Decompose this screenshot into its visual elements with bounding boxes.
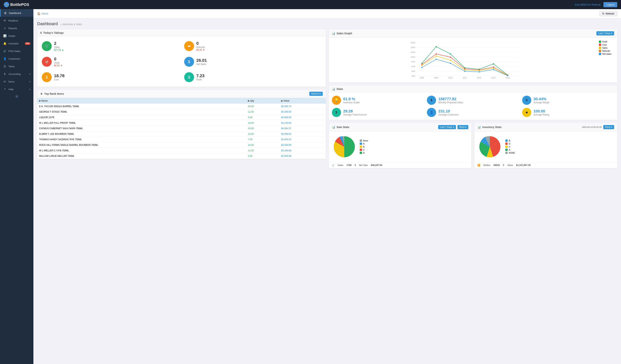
- sidebar-item-pos-sales[interactable]: 🛒 POS Sales: [0, 47, 34, 55]
- svg-text:02/08: 02/08: [420, 77, 424, 79]
- referral-link[interactable]: Earn $500 For Referral: [575, 3, 600, 6]
- graph-period-dropdown[interactable]: Last 7 Days ▾: [596, 31, 614, 35]
- inventory-grade-circle: 💡: [332, 96, 341, 105]
- inv-none-dot: [505, 152, 508, 154]
- inv-legend-a: A: [505, 149, 515, 151]
- graph-wrapper: 16000 14000 12000 10000 8000 6000 4000 2…: [332, 41, 614, 79]
- svg-text:8000: 8000: [411, 61, 415, 63]
- sidebar-chevron-help: ▾: [29, 88, 30, 90]
- svg-point-42: [493, 68, 494, 69]
- value-header[interactable]: ▶ Value: [279, 98, 326, 104]
- voids-value: 0: [54, 57, 179, 62]
- sidebar-icon-graph: 📊: [3, 34, 6, 37]
- inventory-stats-dropdowns: 2025-02-14 09:33:29 Rank ▾: [582, 125, 614, 129]
- sidebar-icon-items: 🏷: [3, 80, 6, 83]
- sidebar-item-assistant[interactable]: 🔔 Assistant 850: [0, 40, 34, 47]
- sale-stats-header: 📊 Sale Stats Last 7 Days ▾ Rank ▾: [329, 123, 472, 131]
- sidebar-icon-realtime: 👁: [3, 19, 6, 22]
- a-label: A: [363, 142, 364, 145]
- sidebar-item-customers[interactable]: 👤 Customers: [0, 55, 34, 63]
- logout-button[interactable]: Logout: [604, 2, 617, 7]
- sidebar-item-graph[interactable]: 📊 Graph: [0, 32, 34, 40]
- svg-text:02/09: 02/09: [434, 77, 438, 79]
- main-content: 🏠 Home ↻ Refresh Dashboard » overview & …: [34, 9, 621, 364]
- taking-cost: $ 18.78 Cost: [40, 71, 180, 84]
- sidebar-label-customers: Customers: [8, 57, 20, 60]
- legend-d: D: [360, 152, 368, 154]
- legend-none: None: [360, 140, 368, 142]
- item-qty: 14.00: [246, 120, 279, 126]
- sales-footer-label: Sales: [338, 164, 344, 167]
- sidebar-icon-assistant: 🔔: [3, 42, 6, 45]
- cost-circle: $: [42, 72, 52, 82]
- inventory-stats-pie-section: B D C: [474, 131, 617, 162]
- item-value: $6,499.74: [279, 104, 326, 109]
- svg-point-37: [421, 65, 422, 66]
- avg-customers-info: 231.10 Average Customers: [438, 109, 459, 116]
- sidebar-item-accounting[interactable]: $ Accounting ▾: [0, 70, 34, 78]
- sales-label: Sales: [54, 46, 179, 48]
- graph-area: 16000 14000 12000 10000 8000 6000 4000 2…: [332, 41, 596, 79]
- takings-header: $ Today's Takings: [37, 29, 326, 36]
- qty-header[interactable]: ▶ Qty: [246, 98, 279, 104]
- svg-point-25: [450, 53, 451, 54]
- inv-c-label: C: [509, 146, 510, 148]
- svg-text:12000: 12000: [410, 51, 415, 53]
- sidebar-icon-dashboard: ⊞: [4, 11, 7, 15]
- table-row: CAYMUS CABERNET SAUV NAPA 750ML 43.00 $4…: [37, 126, 326, 131]
- sidebar-item-help[interactable]: ? Help ▾: [0, 85, 34, 93]
- inv-d-label: D: [509, 142, 510, 145]
- sales-graph-card: 📊 Sales Graph Last 7 Days ▾: [329, 29, 617, 82]
- legend-cost: Cost: [599, 44, 614, 46]
- sidebar-item-dashboard[interactable]: ⊞ Dashboard: [0, 9, 34, 17]
- table-row: E.H. TAYLOR SINGLE BARREL 750ML 26.00 $6…: [37, 104, 326, 109]
- table-row: WILLIAM LARUE WELLER 750ML 2.00 $2,999.9…: [37, 153, 326, 159]
- sidebar-item-realtime[interactable]: 👁 Realtime: [0, 17, 34, 24]
- rank-dropdown[interactable]: Rank D ▾: [309, 92, 323, 96]
- name-header[interactable]: ▶ Name: [37, 98, 246, 104]
- sidebar-collapse-button[interactable]: «: [15, 95, 19, 98]
- taking-refunds: ⏪ 0 Refunds $0.00 ▼: [183, 39, 323, 53]
- bottom-grid: 📊 Sale Stats Last 7 Days ▾ Rank ▾: [329, 123, 617, 168]
- svg-point-35: [493, 66, 494, 68]
- avg-customers-label: Average Customers: [438, 113, 459, 116]
- refunds-amount: $0.00 ▼: [196, 48, 321, 51]
- sidebar-item-items[interactable]: 🏷 Items ▾: [0, 78, 34, 85]
- svg-text:16000: 16000: [410, 42, 415, 44]
- svg-point-40: [464, 69, 465, 71]
- dollar-footer-icon: $: [355, 164, 356, 167]
- sales-circle: 🛒: [42, 41, 52, 51]
- refresh-button[interactable]: ↻ Refresh: [599, 11, 617, 16]
- svg-point-23: [421, 63, 422, 64]
- rank-dropdown-container: Rank D ▾: [309, 92, 323, 96]
- sale-stats-period-dropdown[interactable]: Last 7 Days ▾: [438, 125, 456, 129]
- net-sales-value: 26.01: [196, 58, 321, 63]
- sale-stats-rank-dropdown[interactable]: Rank ▾: [457, 125, 468, 129]
- sales-graph-header: 📊 Sales Graph Last 7 Days ▾: [329, 29, 617, 38]
- sidebar-item-tasks[interactable]: ☰ Tasks: [0, 63, 34, 70]
- refunds-value: 0: [196, 41, 321, 46]
- sidebar-item-reports[interactable]: ≡ Reports: [0, 24, 34, 32]
- star-icon: ★: [40, 92, 43, 95]
- item-value: $5,499.89: [279, 109, 326, 115]
- svg-text:02/13: 02/13: [491, 77, 496, 79]
- home-link[interactable]: Home: [42, 12, 48, 15]
- inventory-stats-card: 📊 Inventory Stats 2025-02-14 09:33:29 Ra…: [474, 123, 617, 168]
- chart-legend: Profit Cost Sales: [599, 41, 614, 55]
- sidebar-label-items: Items: [8, 80, 15, 83]
- svg-text:02/11: 02/11: [463, 77, 467, 79]
- app-name: BottlePOS: [10, 2, 29, 7]
- profit-dot: [599, 41, 601, 43]
- svg-text:10000: 10000: [410, 56, 415, 58]
- svg-point-28: [493, 63, 494, 64]
- inventory-timestamp: 2025-02-14 09:33:29: [582, 126, 602, 128]
- inventory-stats-footer: 🔽 Bottles 58832 $ Value $1,107,957.30: [474, 162, 617, 168]
- svg-point-31: [435, 53, 437, 54]
- svg-point-44: [421, 67, 422, 68]
- page-title: Dashboard » overview & stats: [37, 21, 617, 26]
- legend-b: B: [360, 146, 368, 148]
- svg-text:6000: 6000: [411, 65, 415, 67]
- inventory-rank-dropdown[interactable]: Rank ▾: [603, 125, 614, 129]
- net-sale-footer-label: Net Sale: [359, 164, 368, 167]
- inv-dollar-icon: $: [503, 164, 504, 167]
